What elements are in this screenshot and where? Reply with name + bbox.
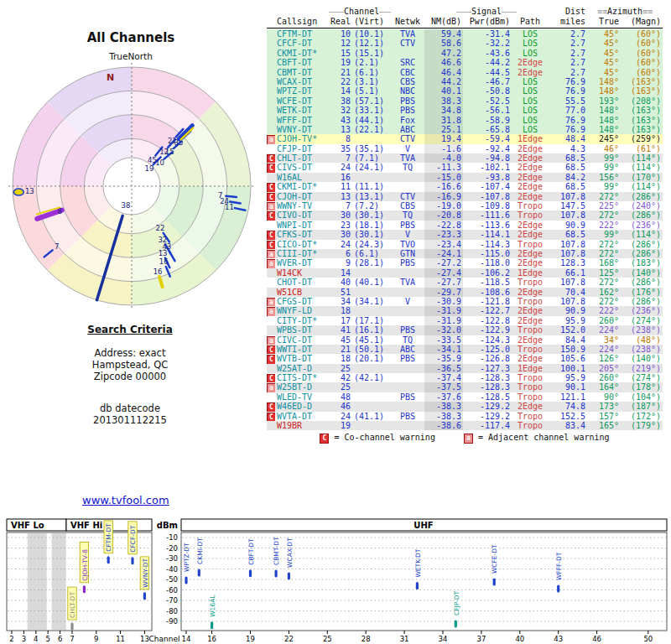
virtual-channel-cell xyxy=(352,364,391,373)
station-row: WFFF-DT43(44.1)Fox31.8-58.9LOS76.9148°(1… xyxy=(267,116,663,125)
true-azimuth-cell: 148° xyxy=(587,116,621,125)
table-group-header xyxy=(267,7,329,17)
power-dbm-cell: -129.2 xyxy=(463,412,512,421)
db-datecode-label: db datecode xyxy=(17,402,243,414)
distance-cell: 4.3 xyxy=(549,144,587,153)
network-cell: TQ xyxy=(391,163,424,172)
nm-db-cell: -20.8 xyxy=(424,210,463,220)
svg-text:34: 34 xyxy=(439,635,448,643)
column-header: Callsign xyxy=(275,17,329,28)
network-cell: PBS xyxy=(391,258,424,267)
real-channel-cell: 18 xyxy=(329,306,352,315)
table-header-groups: ———Channel——————Signal———Dist≡≡Azimuth≡≡ xyxy=(267,7,663,17)
path-cell: 2Edge xyxy=(512,182,549,191)
tvfool-link[interactable]: www.tvfool.com xyxy=(82,494,169,506)
true-azimuth-cell: 222° xyxy=(587,221,621,230)
station-row: CFJP-DT35(35.1)V-1.6-92.42Edge4.346°(61°… xyxy=(267,144,663,153)
column-header: (Virt) xyxy=(352,17,391,28)
adjacent-channel-legend-text: = Adjacent channel warning xyxy=(478,433,610,442)
distance-cell: 107.8 xyxy=(549,210,587,220)
distance-cell: 68.5 xyxy=(549,153,587,163)
radar-polar-chart: N1945101215213572411223243131616387813 xyxy=(5,59,258,312)
callsign-cell: W19BR xyxy=(275,421,329,430)
station-row: WCFE-DT38(57.1)PBS38.3-52.5LOS55.5193°(2… xyxy=(267,96,663,106)
network-cell: V xyxy=(391,297,424,306)
nm-db-cell: 59.4 xyxy=(424,29,463,39)
search-criteria-heading: Search Criteria xyxy=(17,324,243,335)
magnetic-azimuth-cell: (163°) xyxy=(621,86,663,96)
path-cell: 2Edge xyxy=(512,335,549,345)
callsign-cell: WNYF-LD xyxy=(275,306,329,315)
table-group-header xyxy=(391,7,424,17)
magnetic-azimuth-cell: (238°) xyxy=(621,325,663,335)
callsign-cell: CKMI-DT* xyxy=(275,182,329,191)
virtual-channel-cell: (40.1) xyxy=(352,278,391,287)
distance-cell: 48.4 xyxy=(549,134,587,143)
warning-cell xyxy=(267,173,275,182)
true-azimuth-cell: 148° xyxy=(587,77,621,86)
magnetic-azimuth-cell: (163°) xyxy=(621,116,663,125)
true-azimuth-cell: 46° xyxy=(587,144,621,153)
warning-cell: C xyxy=(267,230,275,239)
power-dbm-cell: -114.3 xyxy=(463,240,512,249)
warning-cell xyxy=(267,421,275,430)
magnetic-azimuth-cell: (274°) xyxy=(621,316,663,325)
path-cell: LOS xyxy=(512,96,549,106)
real-channel-cell: 22 xyxy=(329,77,352,86)
svg-text:10: 10 xyxy=(155,158,164,167)
nm-db-cell: -19.0 xyxy=(424,201,463,210)
real-channel-cell: 12 xyxy=(329,39,352,48)
path-cell: LOS xyxy=(512,106,549,115)
co-channel-warning-icon: C xyxy=(267,374,275,382)
warning-cell xyxy=(267,39,275,48)
real-channel-cell: 15 xyxy=(329,49,352,58)
virtual-channel-cell: (7.2) xyxy=(352,201,391,210)
station-row: WPBS-DT41(16.1)PBS-32.0-122.9Tropo152.02… xyxy=(267,325,663,335)
magnetic-azimuth-cell: (183°) xyxy=(621,258,663,267)
nm-db-cell: 46.6 xyxy=(424,58,463,67)
power-dbm-cell: -129.2 xyxy=(463,402,512,411)
power-dbm-cell: -122.7 xyxy=(463,306,512,315)
power-dbm-cell: -106.2 xyxy=(463,268,512,278)
power-dbm-cell: -126.8 xyxy=(463,354,512,363)
true-azimuth-cell: 99° xyxy=(587,230,621,239)
real-channel-cell: 16 xyxy=(329,173,352,182)
warning-cell xyxy=(267,278,275,287)
virtual-channel-cell: (16.1) xyxy=(352,325,391,335)
path-cell: 2Edge xyxy=(512,249,549,258)
real-channel-cell: 43 xyxy=(329,116,352,125)
station-row: aCIVC-DT45(45.1)TQ-33.5-124.32Edge84.434… xyxy=(267,335,663,345)
svg-text:CHLT-DT: CHLT-DT xyxy=(69,592,76,618)
callsign-cell: W51CB xyxy=(275,288,329,297)
svg-text:37: 37 xyxy=(476,635,486,643)
virtual-channel-cell: (45.1) xyxy=(352,335,391,345)
co-channel-warning-icon: C xyxy=(267,183,275,191)
station-row: WNPI-DT23(18.1)PBS-22.8-113.62Edge90.922… xyxy=(267,221,663,230)
warning-cell xyxy=(267,29,275,39)
warning-cell: C xyxy=(267,182,275,191)
power-dbm-cell: -44.5 xyxy=(463,68,512,77)
distance-cell: 90.9 xyxy=(549,306,587,315)
callsign-cell: WNPI-DT xyxy=(275,221,329,230)
path-cell: Tropo xyxy=(512,345,549,354)
real-channel-cell: 18 xyxy=(329,354,352,363)
magnetic-azimuth-cell: (114°) xyxy=(621,182,663,191)
power-dbm-cell: -31.4 xyxy=(463,29,512,39)
real-channel-cell: 14 xyxy=(329,86,352,96)
magnetic-azimuth-cell: (48°) xyxy=(621,335,663,345)
path-cell: 2Edge xyxy=(512,306,549,315)
station-row: CCICO-DT*24(24.3)TVO-23.4-114.3Tropo107.… xyxy=(267,240,663,249)
path-cell: LOS xyxy=(512,86,549,96)
adjacent-channel-warning-icon: a xyxy=(267,298,275,306)
real-channel-cell: 21 xyxy=(329,345,352,354)
distance-cell: 68.5 xyxy=(549,182,587,191)
real-channel-cell: 23 xyxy=(329,221,352,230)
svg-text:11: 11 xyxy=(116,635,125,643)
station-row: aWWNY-TV7(7.2)CBS-19.0-109.8Tropo147.522… xyxy=(267,201,663,210)
true-azimuth-cell: 148° xyxy=(587,86,621,96)
power-dbm-cell: -56.1 xyxy=(463,106,512,115)
station-row: aW25BT-D25-37.5-128.3Tropo90.1164°(178°) xyxy=(267,382,663,392)
real-channel-cell: 32 xyxy=(329,106,352,115)
real-channel-cell: 8 xyxy=(329,134,352,143)
magnetic-azimuth-cell: (286°) xyxy=(621,278,663,287)
